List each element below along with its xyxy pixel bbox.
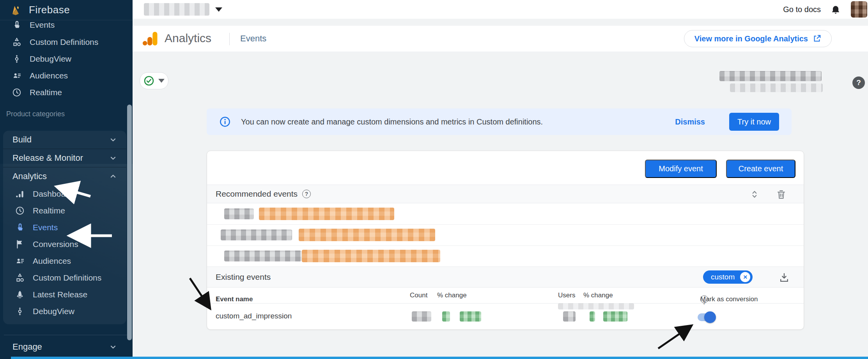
redacted-event-description-highlight xyxy=(259,208,394,220)
arrow-to-event-row xyxy=(190,278,209,306)
download-icon[interactable] xyxy=(779,272,790,283)
recommended-event-row[interactable] xyxy=(207,203,804,225)
section-analytics-label: Analytics xyxy=(12,171,47,181)
sidebar-item-audiences[interactable]: Audiences xyxy=(3,252,126,269)
product-categories-label: Product categories xyxy=(6,110,65,118)
redacted-change-value xyxy=(442,311,450,322)
check-circle-icon xyxy=(143,75,154,86)
subitem-label: Dashboard xyxy=(33,189,73,199)
toggle-knob xyxy=(704,311,716,323)
sidebar-item-realtime[interactable]: Realtime xyxy=(3,202,126,219)
subitem-label: Custom Definitions xyxy=(33,273,101,283)
clock-icon xyxy=(15,206,25,216)
existing-events-header: Existing events custom ✕ xyxy=(207,267,804,288)
sidebar-item-custom-definitions[interactable]: Custom Definitions xyxy=(3,269,126,286)
recommended-event-row[interactable] xyxy=(207,245,804,267)
shapes-icon xyxy=(15,273,25,283)
chevron-down-icon xyxy=(108,342,118,352)
view-more-label: View more in Google Analytics xyxy=(694,34,808,43)
sidebar-item-realtime-top[interactable]: Realtime xyxy=(0,84,129,101)
user-avatar[interactable] xyxy=(851,1,867,18)
page-title: Events xyxy=(240,34,266,44)
sidebar-item-label: Events xyxy=(30,20,55,30)
sort-rows-icon[interactable] xyxy=(749,189,760,199)
redacted-change-value xyxy=(460,311,481,322)
column-users[interactable]: Users xyxy=(558,291,575,299)
sidebar-item-debugview[interactable]: DebugView xyxy=(3,303,126,320)
sidebar-item-dashboard[interactable]: Dashboard xyxy=(3,185,126,202)
notifications-bell-icon[interactable] xyxy=(831,4,841,14)
info-icon xyxy=(219,116,231,128)
bottom-blue-line xyxy=(11,357,868,359)
create-event-button[interactable]: Create event xyxy=(726,160,795,178)
redacted-smudge xyxy=(558,303,634,309)
sidebar-item-label: Realtime xyxy=(30,88,62,97)
subitem-label: Latest Release xyxy=(33,290,87,299)
section-build[interactable]: Build xyxy=(3,131,126,149)
project-selector-caret-icon[interactable] xyxy=(215,7,222,12)
column-count[interactable]: Count xyxy=(410,291,427,299)
event-table-row[interactable]: custom_ad_impression xyxy=(207,303,804,330)
sidebar-item-debugview-top[interactable]: DebugView xyxy=(0,50,129,67)
sidebar-item-latest-release[interactable]: Latest Release xyxy=(3,286,126,303)
firebase-console-screen: Firebase Events Custom Definitions Debug… xyxy=(0,0,868,359)
sidebar-item-custom-definitions-top[interactable]: Custom Definitions xyxy=(0,34,129,50)
go-to-docs-link[interactable]: Go to docs xyxy=(783,0,821,19)
redacted-project-name xyxy=(144,3,209,16)
header-gap xyxy=(133,19,868,26)
redacted-users-value xyxy=(563,311,576,322)
trash-icon[interactable] xyxy=(776,189,787,200)
column-change[interactable]: % change xyxy=(437,291,467,299)
debug-icon xyxy=(12,54,22,64)
try-it-now-button[interactable]: Try it now xyxy=(729,113,779,131)
section-engage[interactable]: Engage xyxy=(3,338,126,356)
custom-filter-chip[interactable]: custom ✕ xyxy=(703,270,753,284)
product-title: Analytics xyxy=(165,32,211,45)
section-release-monitor[interactable]: Release & Monitor xyxy=(3,149,126,167)
redacted-users-change-value xyxy=(590,311,595,322)
sidebar-item-events-top[interactable]: Events xyxy=(0,16,129,33)
help-circle-icon[interactable]: ? xyxy=(700,295,708,303)
recommended-events-title: Recommended events xyxy=(216,189,298,199)
sidebar-scrollbar[interactable] xyxy=(127,105,132,340)
events-table-header: Event name ↑ Count % change Users % chan… xyxy=(207,288,804,304)
firebase-logo-icon xyxy=(9,4,22,16)
recommended-event-row[interactable] xyxy=(207,224,804,246)
header-separator xyxy=(229,33,230,45)
help-glyph: ? xyxy=(856,78,861,87)
remove-filter-icon[interactable]: ✕ xyxy=(740,272,750,282)
column-label: Mark as conversion xyxy=(700,295,758,303)
touch-icon xyxy=(12,20,22,30)
subitem-label: Conversions xyxy=(33,240,78,249)
mark-as-conversion-toggle[interactable] xyxy=(698,313,715,321)
subitem-label: Realtime xyxy=(33,206,65,215)
subitem-label: Audiences xyxy=(33,256,71,266)
section-analytics[interactable]: Analytics xyxy=(3,167,126,185)
arrow-to-conversion-toggle xyxy=(658,327,689,348)
sidebar-item-events-active[interactable]: Events xyxy=(3,219,126,236)
help-circle-icon[interactable]: ? xyxy=(302,190,311,198)
existing-events-title: Existing events xyxy=(216,272,271,282)
sidebar-item-conversions[interactable]: Conversions xyxy=(3,236,126,252)
close-glyph: ✕ xyxy=(743,274,748,280)
info-banner: You can now create and manage custom dim… xyxy=(207,108,792,135)
view-more-google-analytics-button[interactable]: View more in Google Analytics xyxy=(684,30,832,47)
events-card: Modify event Create event Recommended ev… xyxy=(207,151,804,330)
help-icon[interactable]: ? xyxy=(852,76,865,89)
dismiss-button[interactable]: Dismiss xyxy=(675,117,705,126)
analytics-header: Analytics Events View more in Google Ana… xyxy=(133,26,868,52)
debug-icon xyxy=(15,306,25,316)
subitem-label: Events xyxy=(33,223,58,232)
sidebar-item-audiences-top[interactable]: Audiences xyxy=(0,67,129,84)
status-filter-chip[interactable] xyxy=(140,72,168,89)
shapes-icon xyxy=(12,37,22,47)
modify-event-button[interactable]: Modify event xyxy=(645,160,717,178)
column-users-change[interactable]: % change xyxy=(583,291,613,299)
filter-chip-label: custom xyxy=(711,273,735,281)
audiences-icon xyxy=(15,256,25,266)
chevron-down-icon xyxy=(108,135,118,144)
sidebar-divider xyxy=(4,335,129,335)
banner-message: You can now create and manage custom dim… xyxy=(241,117,543,126)
column-label: Event name xyxy=(216,295,253,303)
sidebar: Firebase Events Custom Definitions Debug… xyxy=(0,0,133,359)
